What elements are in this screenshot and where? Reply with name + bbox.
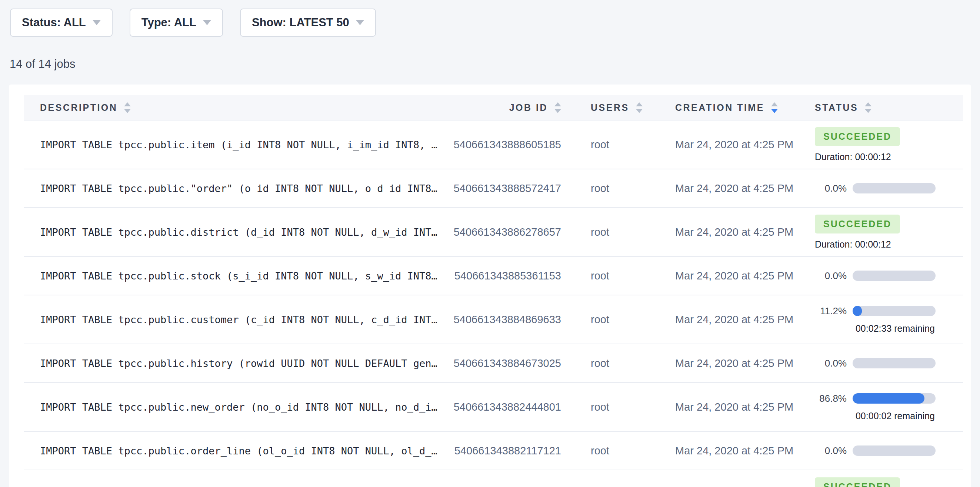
job-description: IMPORT TABLE tpcc.public.customer (c_id … [24,314,439,326]
table-row[interactable]: IMPORT TABLE tpcc.public.customer (c_id … [24,295,963,344]
job-id: 540661343884673025 [439,357,561,369]
job-status: SUCCEEDED Duration: 00:00:12 [791,215,963,250]
status-duration: Duration: 00:00:12 [815,239,963,250]
job-description: IMPORT TABLE tpcc.public.new_order (no_o… [24,401,439,413]
column-header-creation-time[interactable]: CREATION TIME [646,102,791,113]
job-status: 0.0% [791,270,963,282]
job-description: IMPORT TABLE tpcc.public.order_line (ol_… [24,445,439,457]
sort-arrows-icon [636,102,643,113]
table-row[interactable]: IMPORT TABLE tpcc.public.order_line (ol_… [24,432,963,470]
job-creation-time: Mar 24, 2020 at 4:25 PM [646,357,791,369]
status-progress: 11.2% 00:02:33 remaining [815,305,963,334]
progress-time-remaining: 00:02:33 remaining [853,323,938,334]
jobs-table-card: DESCRIPTION JOB ID USERS CREATION TIME S… [9,85,971,487]
table-row[interactable]: IMPORT TABLE tpcc.public.history (rowid … [24,344,963,383]
job-status: SUCCEEDED Duration: 00:00:12 [791,127,963,162]
sort-arrows-icon [554,102,561,113]
status-badge: SUCCEEDED [815,127,900,146]
type-filter-label: Type: ALL [142,16,196,29]
status-badge: SUCCEEDED [815,215,900,233]
progress-percent-label: 11.2% [815,305,847,317]
progress-percent-label: 0.0% [815,183,847,194]
job-creation-time: Mar 24, 2020 at 4:25 PM [646,270,791,282]
type-filter-dropdown[interactable]: Type: ALL [130,8,223,37]
job-user: root [561,313,646,326]
sort-arrows-icon [124,102,131,113]
column-header-users[interactable]: USERS [561,102,646,113]
job-id: 540661343882444801 [439,401,561,413]
status-duration: Duration: 00:00:12 [815,152,963,162]
job-user: root [561,139,646,151]
progress-bar-fill [853,393,924,404]
column-header-label: STATUS [815,102,858,113]
jobs-count-summary: 14 of 14 jobs [10,57,980,71]
progress-percent-label: 0.0% [815,358,847,369]
status-succeeded: SUCCEEDED Duration: 00:00:08 [815,477,963,487]
progress-bar [853,271,935,281]
job-id: 540661343884869633 [439,313,561,326]
status-progress: 86.8% 00:00:02 remaining [815,393,963,422]
filter-bar: Status: ALL Type: ALL Show: LATEST 50 [0,0,980,37]
job-creation-time: Mar 24, 2020 at 4:25 PM [646,401,791,413]
progress-time-remaining: 00:00:02 remaining [853,410,938,422]
column-header-label: CREATION TIME [675,102,764,113]
job-description: IMPORT TABLE tpcc.public.stock (s_i_id I… [24,270,439,282]
table-header-row: DESCRIPTION JOB ID USERS CREATION TIME S… [24,95,963,120]
job-id: 540661343888605185 [439,139,561,151]
sort-arrows-icon-active-desc [771,102,778,113]
job-creation-time: Mar 24, 2020 at 4:25 PM [646,226,791,238]
status-progress: 0.0% [815,445,963,457]
table-row[interactable]: IMPORT TABLE tpcc.public."order" (o_id I… [24,169,963,208]
status-progress: 0.0% [815,270,963,282]
job-description: IMPORT TABLE tpcc.public."order" (o_id I… [24,183,439,194]
progress-percent-label: 86.8% [815,393,847,404]
table-row[interactable]: IMPORT TABLE tpcc.public.district (d_id … [24,208,963,257]
show-filter-dropdown[interactable]: Show: LATEST 50 [240,8,376,37]
table-row[interactable]: IMPORT TABLE tpcc.public.item (i_id INT8… [24,120,963,169]
job-creation-time: Mar 24, 2020 at 4:25 PM [646,182,791,195]
progress-percent-label: 0.0% [815,270,847,282]
job-description: IMPORT TABLE tpcc.public.district (d_id … [24,227,439,238]
job-user: root [561,182,646,195]
job-id: 540661343882117121 [439,445,561,457]
progress-percent-label: 0.0% [815,445,847,457]
job-id: 540661343886278657 [439,226,561,238]
status-progress: 0.0% [815,183,963,194]
status-succeeded: SUCCEEDED Duration: 00:00:12 [815,215,963,250]
sort-arrows-icon [865,102,872,113]
column-header-status[interactable]: STATUS [791,102,963,113]
table-row[interactable]: IMPORT TABLE tpcc.public.stock (s_i_id I… [24,257,963,295]
column-header-job-id[interactable]: JOB ID [439,102,561,113]
status-succeeded: SUCCEEDED Duration: 00:00:12 [815,127,963,162]
job-creation-time: Mar 24, 2020 at 4:25 PM [646,139,791,151]
job-creation-time: Mar 24, 2020 at 4:25 PM [646,445,791,457]
status-filter-label: Status: ALL [22,16,86,29]
job-status: 11.2% 00:02:33 remaining [791,305,963,334]
job-status: 0.0% [791,183,963,194]
table-body: IMPORT TABLE tpcc.public.item (i_id INT8… [24,120,963,487]
caret-down-icon [356,20,364,25]
status-filter-dropdown[interactable]: Status: ALL [10,8,113,37]
show-filter-label: Show: LATEST 50 [252,16,349,29]
status-progress: 0.0% [815,358,963,369]
job-description: IMPORT TABLE tpcc.public.item (i_id INT8… [24,139,439,150]
job-status: SUCCEEDED Duration: 00:00:08 [791,477,963,487]
table-row[interactable]: IMPORT TABLE tpcc.public.warehouse (w_id… [24,470,963,487]
progress-bar [853,445,935,456]
job-status: 0.0% [791,358,963,369]
job-creation-time: Mar 24, 2020 at 4:25 PM [646,313,791,326]
progress-bar [853,306,935,316]
column-header-label: DESCRIPTION [40,102,118,113]
caret-down-icon [203,20,211,25]
job-user: root [561,226,646,238]
status-badge: SUCCEEDED [815,477,900,487]
column-header-description[interactable]: DESCRIPTION [24,102,439,113]
column-header-label: JOB ID [509,102,548,113]
job-user: root [561,357,646,369]
job-id: 540661343885361153 [439,270,561,282]
job-user: root [561,270,646,282]
table-row[interactable]: IMPORT TABLE tpcc.public.new_order (no_o… [24,383,963,432]
job-user: root [561,401,646,413]
progress-bar [853,393,935,404]
job-status: 0.0% [791,445,963,457]
